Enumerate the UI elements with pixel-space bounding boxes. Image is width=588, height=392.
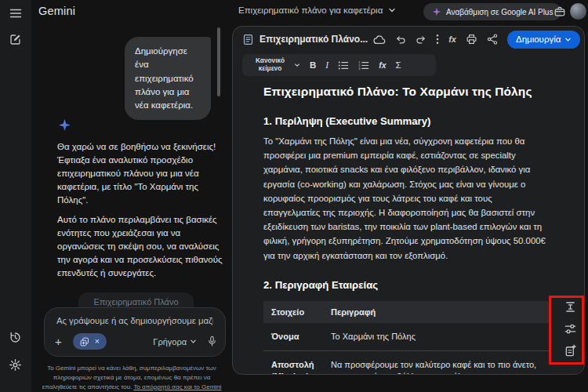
remove-canvas-icon[interactable]: × [95,337,100,346]
svg-text:3: 3 [359,67,361,71]
export-to-docs-icon[interactable] [564,344,577,358]
canvas-panel: Επιχειρηματικό Πλάνο... fx [232,26,585,375]
table-cell: Αποστολή (Mission) [263,350,323,375]
chevron-down-icon [388,6,396,14]
format-toolbar: Κανονικό κείμενο B I 123 fx Σ [242,54,436,76]
function-button[interactable]: fx [379,60,386,70]
chat-scrollbar[interactable] [217,27,220,96]
google-sparkle-icon [432,7,441,16]
redo-icon[interactable] [416,34,426,45]
document-icon [242,34,254,45]
chat-input-container: + × Γρήγορα [44,307,226,357]
canvas-side-tools [564,300,577,358]
menu-icon[interactable] [9,6,23,20]
table-header-cell: Περιγραφή [323,301,551,323]
chevron-down-icon [190,338,197,345]
user-message-bubble: Δημιούργησε ένα επιχειρηματικό πλάνο για… [125,37,211,120]
section-paragraph: Το "Χαρμάνι της Πόλης" είναι μια νέα, σύ… [263,134,551,263]
print-icon[interactable] [466,34,477,45]
section-heading: 2. Περιγραφή Εταιρείας [263,279,551,291]
bold-button[interactable]: B [310,60,316,70]
chat-input[interactable] [56,316,213,325]
response-paragraph: Θα χαρώ να σε βοηθήσω να ξεκινήσεις! Έφτ… [57,140,224,207]
text-style-dropdown[interactable]: Κανονικό κείμενο [250,57,300,73]
tune-icon[interactable] [564,322,577,336]
new-chat-icon[interactable] [9,33,23,47]
sigma-button[interactable]: Σ [396,60,401,70]
create-button[interactable]: Δημιουργία [507,31,580,49]
chat-title-dropdown[interactable]: Επιχειρηματικό πλάνο για καφετέρια [238,5,396,15]
upgrade-button[interactable]: Αναβάθμιση σε Google AI Plus [423,3,561,20]
settings-gear-icon[interactable] [9,358,23,372]
input-controls: + × Γρήγορα [55,333,217,350]
upgrade-label: Αναβάθμιση σε Google AI Plus [446,8,553,16]
model-response: Θα χαρώ να σε βοηθήσω να ξεκινήσεις! Έφτ… [57,140,224,280]
microphone-icon[interactable] [207,336,217,347]
text-style-label: Κανονικό κείμενο [250,57,290,73]
toolbox-icon[interactable] [554,5,566,18]
document-title: Επιχειρηματικό Πλάνο... [260,34,368,45]
gemini-app: Gemini Επιχειρηματικό πλάνο για καφετέρι… [0,0,588,392]
document-heading: Επιχειρηματικό Πλάνο: Το Χαρμάνι της Πόλ… [263,85,551,99]
function-icon[interactable]: fx [448,34,456,44]
section-heading: 1. Περίληψη (Executive Summary) [263,115,551,127]
canvas-header-actions: fx Δημιουργία × [373,31,585,49]
undo-icon[interactable] [395,34,406,45]
table-cell: Να προσφέρουμε τον καλύτερο καφέ και το … [323,350,551,375]
share-icon[interactable] [487,34,498,45]
more-options-icon[interactable] [436,34,439,45]
history-icon[interactable] [9,331,23,345]
table-row: Όνομα Το Χαρμάνι της Πόλης [263,323,551,351]
table-row: Αποστολή (Mission) Να προσφέρουμε τον κα… [263,350,551,375]
privacy-link[interactable]: Το απόρρητό σας και το Gemini [133,383,221,390]
italic-button[interactable]: I [325,60,328,70]
cloud-save-icon [373,34,386,45]
chevron-down-icon [294,62,300,68]
adjust-length-icon[interactable] [564,300,577,314]
app-title: Gemini [38,5,75,17]
disclaimer: Το Gemini μπορεί να κάνει λάθη, συμπεριλ… [33,364,230,392]
company-table: Στοιχείο Περιγραφή Όνομα Το Χαρμάνι της … [263,301,551,375]
create-button-label: Δημιουργία [516,34,561,44]
model-mode-selector[interactable]: Γρήγορα [153,337,197,347]
table-cell: Όνομα [263,323,323,351]
canvas-icon [80,337,89,347]
left-sidebar [0,0,31,392]
table-cell: Το Χαρμάνι της Πόλης [323,323,551,351]
user-avatar[interactable] [570,3,586,20]
top-bar: Gemini Επιχειρηματικό πλάνο για καφετέρι… [31,0,588,24]
numbered-list-icon[interactable]: 123 [358,60,369,71]
canvas-tool-chip[interactable]: × [73,333,107,350]
chat-panel: Δημιούργησε ένα επιχειρηματικό πλάνο για… [31,24,232,392]
add-attachment-button[interactable]: + [55,336,62,347]
response-paragraph: Αυτό το πλάνο περιλαμβάνει τις βασικές ε… [57,213,224,280]
bulleted-list-icon[interactable] [338,60,349,71]
chat-title: Επιχειρηματικό πλάνο για καφετέρια [238,5,383,15]
document-body: Επιχειρηματικό Πλάνο: Το Χαρμάνι της Πόλ… [233,76,584,375]
table-header-row: Στοιχείο Περιγραφή [263,301,551,323]
chevron-down-icon [564,36,572,43]
canvas-header: Επιχειρηματικό Πλάνο... fx [233,27,584,52]
table-header-cell: Στοιχείο [263,301,323,323]
mode-label: Γρήγορα [153,337,187,347]
gemini-sparkle-icon [58,118,71,132]
